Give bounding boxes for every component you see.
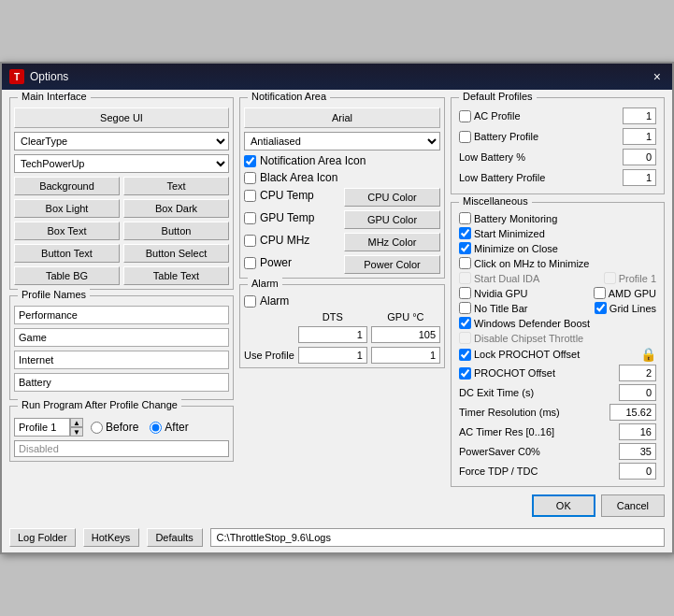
alarm-checkbox[interactable]: [244, 295, 256, 308]
power-saver-input[interactable]: [619, 443, 656, 460]
profile1-checkbox[interactable]: [604, 272, 616, 284]
prochot-offset-left: PROCHOT Offset: [459, 367, 555, 380]
cpu-color-btn[interactable]: CPU Color: [344, 188, 440, 207]
cpu-temp-checkbox[interactable]: [244, 190, 256, 202]
close-button[interactable]: ×: [650, 69, 665, 84]
grid-lines-checkbox[interactable]: [595, 302, 607, 314]
before-radio[interactable]: [91, 422, 103, 434]
profile-name-3[interactable]: [14, 351, 229, 369]
force-tdp-input[interactable]: [619, 463, 656, 480]
spinner-up-btn[interactable]: ▲: [70, 418, 83, 427]
low-battery-input[interactable]: [623, 149, 656, 165]
cpu-gpu-grid: CPU Temp CPU Color GPU Temp GPU Color CP…: [244, 188, 440, 274]
ac-profile-checkbox[interactable]: [459, 110, 471, 122]
battery-profile-checkbox[interactable]: [459, 131, 471, 143]
table-text-color-btn[interactable]: Table Text: [123, 266, 229, 285]
main-font-button[interactable]: Segoe UI: [14, 107, 229, 128]
defaults-button[interactable]: Defaults: [147, 528, 203, 547]
notif-rendering-row: Antialiased ClearType: [244, 132, 440, 150]
run-program-content: ▲ ▼ Before After: [14, 418, 229, 437]
black-area-icon-checkbox[interactable]: [244, 172, 256, 184]
lock-prochot-row: Lock PROCHOT Offset 🔒: [459, 347, 656, 362]
log-folder-button[interactable]: Log Folder: [9, 528, 76, 547]
gpu-temp-label: GPU Temp: [260, 211, 314, 224]
mhz-color-btn[interactable]: MHz Color: [344, 233, 440, 251]
gpu-temp-row: GPU Temp: [244, 211, 340, 224]
gpu-temp-checkbox[interactable]: [244, 212, 256, 224]
default-profiles-content: AC Profile Battery Profile Low Battery %: [459, 107, 656, 186]
gpu-header: GPU °C: [371, 311, 440, 322]
no-title-bar-checkbox[interactable]: [459, 302, 471, 314]
profile-spinner: ▲ ▼: [14, 418, 83, 437]
box-text-color-btn[interactable]: Box Text: [14, 222, 120, 240]
click-mhz-checkbox[interactable]: [459, 257, 471, 269]
ok-button[interactable]: OK: [532, 494, 595, 517]
cpu-mhz-checkbox[interactable]: [244, 235, 256, 247]
rendering-select[interactable]: ClearType Antialiased Natural: [14, 132, 229, 150]
click-mhz-label: Click on MHz to Minimize: [474, 258, 589, 269]
theme-select[interactable]: TechPowerUp Default: [14, 154, 229, 173]
no-title-bar-label: No Title Bar: [474, 303, 527, 314]
notif-font-button[interactable]: Arial: [244, 107, 440, 128]
profile-name-1[interactable]: [14, 306, 229, 324]
alarm-group: Alarm Alarm DTS GPU °C Use Profile: [239, 284, 445, 368]
battery-profile-input[interactable]: [623, 128, 656, 145]
hotkeys-button[interactable]: HotKeys: [83, 528, 139, 547]
default-profiles-title: Default Profiles: [459, 91, 537, 102]
gpu-color-btn[interactable]: GPU Color: [344, 210, 440, 229]
nvidia-gpu-checkbox[interactable]: [459, 287, 471, 299]
app-icon: T: [9, 69, 24, 84]
timer-res-label: Timer Resolution (ms): [459, 407, 560, 418]
use-profile-gpu-input[interactable]: [371, 347, 440, 364]
after-radio[interactable]: [150, 422, 162, 434]
lock-icon: 🔒: [640, 347, 656, 362]
power-checkbox[interactable]: [244, 257, 256, 269]
low-battery-profile-input[interactable]: [623, 169, 656, 186]
disable-chipset-checkbox[interactable]: [459, 332, 471, 344]
button-select-color-btn[interactable]: Button Select: [123, 244, 229, 263]
start-dual-ida-checkbox[interactable]: [459, 272, 471, 284]
use-profile-dts-input[interactable]: [298, 347, 367, 364]
table-bg-color-btn[interactable]: Table BG: [14, 266, 120, 285]
cpu-temp-label: CPU Temp: [260, 189, 314, 202]
minimize-on-close-left: Minimize on Close: [459, 242, 558, 254]
windows-defender-label: Windows Defender Boost: [474, 318, 590, 329]
timer-res-input[interactable]: [609, 404, 656, 421]
power-color-btn[interactable]: Power Color: [344, 255, 440, 274]
main-interface-title: Main Interface: [18, 91, 91, 102]
cancel-button[interactable]: Cancel: [601, 494, 665, 517]
text-color-btn[interactable]: Text: [123, 177, 229, 195]
battery-monitoring-checkbox[interactable]: [459, 212, 471, 224]
ac-timer-input[interactable]: [619, 423, 656, 440]
right-panel: Default Profiles AC Profile Battery Prof…: [451, 97, 665, 517]
black-area-icon-label: Black Area Icon: [260, 171, 337, 184]
cpu-mhz-label: CPU MHz: [260, 234, 309, 247]
color-grid: Background Text Box Light Box Dark Box T…: [14, 177, 229, 285]
minimize-on-close-checkbox[interactable]: [459, 242, 471, 254]
windows-defender-checkbox[interactable]: [459, 317, 471, 329]
gpu-value-input[interactable]: [371, 326, 440, 343]
notif-rendering-select[interactable]: Antialiased ClearType: [244, 132, 440, 150]
battery-profile-left: Battery Profile: [459, 131, 538, 143]
start-minimized-checkbox[interactable]: [459, 227, 471, 239]
prochot-offset-checkbox[interactable]: [459, 367, 471, 380]
ac-profile-input[interactable]: [623, 107, 656, 124]
profile-spinner-input[interactable]: [14, 418, 70, 437]
profile-name-4[interactable]: [14, 373, 229, 392]
prochot-offset-input[interactable]: [619, 365, 656, 381]
disable-chipset-row: Disable Chipset Throttle: [459, 332, 656, 344]
spinner-down-btn[interactable]: ▼: [70, 427, 83, 437]
box-light-color-btn[interactable]: Box Light: [14, 199, 120, 218]
amd-gpu-checkbox[interactable]: [594, 287, 606, 299]
dc-exit-input[interactable]: [619, 384, 656, 401]
dts-value-input[interactable]: [298, 326, 367, 343]
button-text-color-btn[interactable]: Button Text: [14, 244, 120, 263]
lock-prochot-checkbox[interactable]: [459, 349, 471, 361]
background-color-btn[interactable]: Background: [14, 177, 120, 195]
profile-name-2[interactable]: [14, 328, 229, 347]
box-dark-color-btn[interactable]: Box Dark: [123, 199, 229, 218]
notification-icon-checkbox[interactable]: [244, 155, 256, 167]
disabled-program-input[interactable]: [14, 440, 229, 457]
cpu-mhz-row: CPU MHz: [244, 234, 340, 247]
button-color-btn[interactable]: Button: [123, 222, 229, 240]
